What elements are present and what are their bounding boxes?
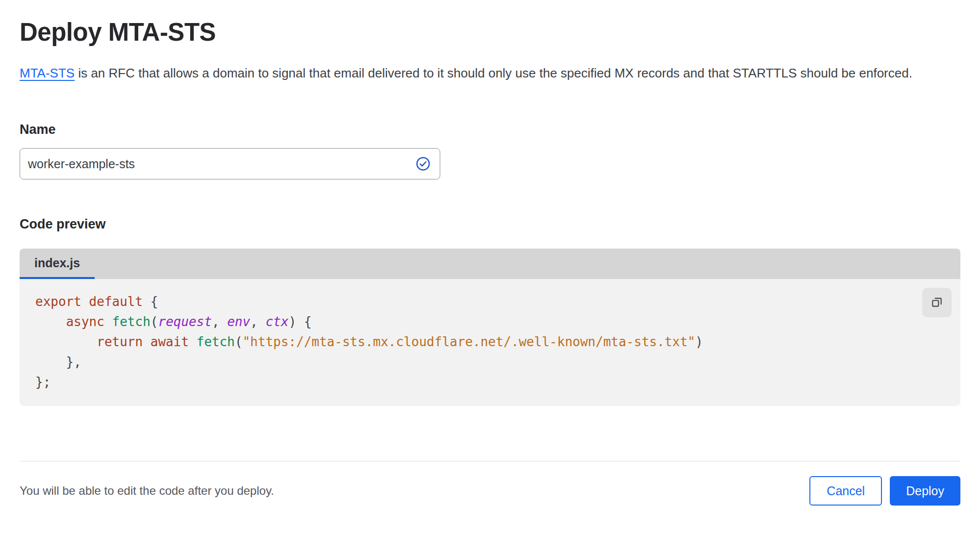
code-preview-card: index.js export default { async fetch(re… bbox=[20, 249, 960, 406]
code-line: return await fetch("https://mta-sts.mx.c… bbox=[35, 332, 960, 352]
code-line: async fetch(request, env, ctx) { bbox=[35, 312, 960, 332]
deploy-mta-sts-page: Deploy MTA-STS MTA-STS is an RFC that al… bbox=[0, 18, 980, 506]
footer-actions: Cancel Deploy bbox=[809, 476, 960, 506]
name-input-wrap bbox=[20, 148, 440, 179]
code-tab-bar: index.js bbox=[20, 249, 960, 279]
code-line: }, bbox=[35, 352, 960, 372]
mta-sts-link[interactable]: MTA-STS bbox=[20, 66, 75, 80]
code-line: }; bbox=[35, 372, 960, 392]
name-input[interactable] bbox=[20, 148, 440, 179]
tab-index-js[interactable]: index.js bbox=[20, 249, 95, 279]
deploy-button[interactable]: Deploy bbox=[890, 476, 960, 506]
page-title: Deploy MTA-STS bbox=[20, 18, 960, 47]
copy-icon bbox=[930, 296, 943, 310]
footer-note: You will be able to edit the code after … bbox=[20, 484, 274, 498]
intro-text: is an RFC that allows a domain to signal… bbox=[75, 66, 912, 80]
tab-label: index.js bbox=[34, 256, 80, 270]
code-line: export default { bbox=[35, 292, 960, 312]
copy-code-button[interactable] bbox=[922, 288, 952, 317]
code-lines: export default { async fetch(request, en… bbox=[20, 292, 960, 392]
code-area: export default { async fetch(request, en… bbox=[20, 279, 960, 406]
code-preview-label: Code preview bbox=[20, 217, 960, 232]
footer: You will be able to edit the code after … bbox=[20, 476, 960, 506]
cancel-button[interactable]: Cancel bbox=[809, 476, 882, 506]
check-circle-icon bbox=[416, 156, 430, 171]
intro-paragraph: MTA-STS is an RFC that allows a domain t… bbox=[20, 62, 956, 84]
footer-divider bbox=[20, 461, 960, 461]
name-label: Name bbox=[20, 122, 960, 137]
